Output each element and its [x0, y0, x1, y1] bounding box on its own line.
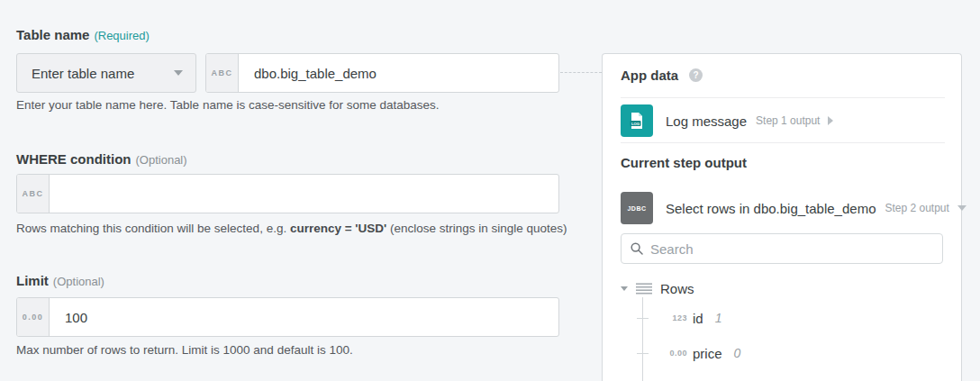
table-name-dropdown[interactable]: Enter table name [16, 53, 196, 93]
logger-icon: LOG [621, 104, 653, 137]
search-box [621, 233, 943, 264]
field-panel-connector-line [560, 72, 602, 73]
jdbc-icon-label: JDBC [627, 205, 646, 212]
limit-label-text: Limit [16, 273, 49, 288]
log-message-meta: Step 1 output [756, 114, 820, 127]
table-name-dropdown-placeholder: Enter table name [32, 66, 134, 81]
text-type-badge: ABC [206, 54, 239, 92]
table-name-input[interactable] [239, 54, 558, 92]
integer-type-icon: 123 [621, 313, 687, 322]
where-condition-label: WHERE condition(Optional) [16, 151, 187, 167]
where-condition-input[interactable] [50, 175, 558, 213]
where-help-prefix: Rows matching this condition will be sel… [16, 222, 290, 235]
app-data-title: App data [621, 68, 678, 83]
tree-id-value: 1 [715, 311, 722, 325]
text-type-badge: ABC [17, 175, 50, 213]
tree-id-label: id [693, 311, 703, 326]
app-data-header: App data ? [621, 68, 703, 83]
table-name-field-group: ABC [205, 53, 559, 93]
log-message-label: Log message [666, 113, 747, 129]
limit-field-group: 0.00 [16, 297, 559, 337]
table-name-label-text: Table name [16, 27, 89, 42]
where-help-suffix: (enclose strings in single quotes) [386, 222, 567, 235]
optional-tag: (Optional) [53, 275, 104, 288]
divider [621, 142, 945, 143]
tree-rows-label: Rows [660, 281, 694, 296]
help-icon[interactable]: ? [689, 68, 703, 82]
app-data-panel: App data ? LOG Log message Step 1 output… [602, 53, 962, 381]
divider [621, 97, 945, 98]
tree-node-id[interactable]: 123 id 1 [621, 310, 721, 326]
where-condition-help: Rows matching this condition will be sel… [16, 222, 567, 235]
tree-price-label: price [693, 346, 722, 361]
current-step-output-title: Current step output [621, 155, 747, 170]
chevron-down-icon [174, 70, 183, 76]
current-step-meta: Step 2 output [885, 202, 948, 214]
collapse-down-icon[interactable] [957, 205, 966, 211]
limit-help: Max number of rows to return. Limit is 1… [16, 343, 353, 357]
log-message-step-row[interactable]: LOG Log message Step 1 output [621, 104, 833, 137]
expand-right-icon[interactable] [828, 116, 833, 125]
limit-label: Limit(Optional) [16, 273, 104, 288]
limit-input[interactable] [50, 298, 558, 336]
where-condition-field-group: ABC [16, 174, 559, 213]
tree-node-price[interactable]: 0.00 price 0 [621, 345, 740, 361]
where-help-example: currency = 'USD' [290, 222, 386, 235]
required-tag: (Required) [94, 29, 149, 42]
search-input[interactable] [650, 241, 933, 257]
logger-icon-label: LOG [631, 122, 640, 126]
where-condition-label-text: WHERE condition [16, 151, 132, 167]
tree-collapse-icon[interactable] [621, 286, 628, 291]
optional-tag: (Optional) [136, 153, 187, 167]
table-name-help: Enter your table name here. Table name i… [16, 98, 440, 112]
decimal-type-icon: 0.00 [621, 349, 687, 358]
jdbc-icon: JDBC [621, 192, 653, 224]
table-name-label: Table name(Required) [16, 27, 150, 42]
search-icon [631, 242, 643, 255]
current-step-label: Select rows in dbo.big_table_demo [666, 201, 876, 216]
current-step-row[interactable]: JDBC Select rows in dbo.big_table_demo S… [621, 192, 966, 224]
tree-node-rows[interactable]: Rows [621, 279, 694, 297]
tree-price-value: 0 [734, 346, 741, 360]
list-icon [636, 283, 652, 295]
number-type-badge: 0.00 [17, 298, 50, 336]
